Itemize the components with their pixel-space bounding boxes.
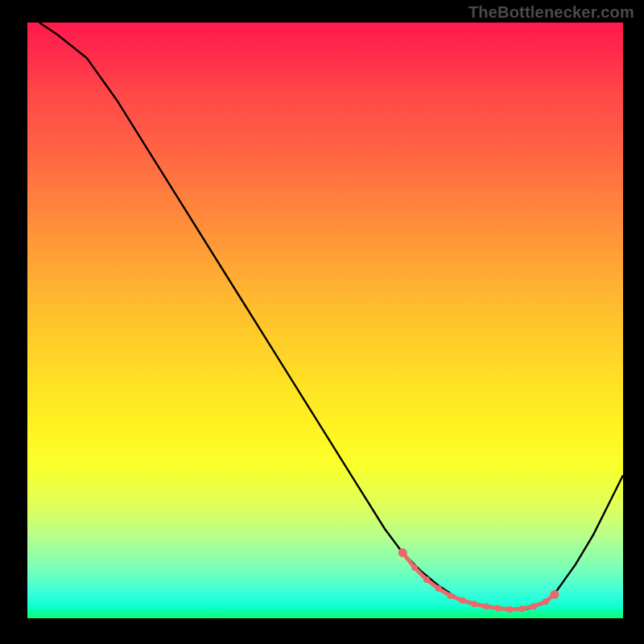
curve-layer xyxy=(27,23,623,618)
marker-dot xyxy=(530,603,537,609)
marker-dot xyxy=(471,601,477,607)
watermark-text: TheBottlenecker.com xyxy=(469,3,634,22)
curve-markers xyxy=(398,548,559,613)
chart-frame: TheBottlenecker.com xyxy=(0,0,644,644)
marker-dot xyxy=(543,598,549,605)
marker-dot xyxy=(411,564,418,571)
marker-dot xyxy=(436,585,442,592)
plot-area xyxy=(27,23,623,618)
marker-dot xyxy=(518,605,525,612)
marker-dot xyxy=(447,592,453,599)
marker-dot xyxy=(483,603,489,609)
marker-dot xyxy=(495,605,502,611)
bottleneck-curve xyxy=(39,23,623,609)
marker-dot xyxy=(550,590,559,599)
marker-dot xyxy=(423,576,430,583)
marker-dot xyxy=(459,597,465,604)
curve-path xyxy=(39,23,623,609)
marker-dot xyxy=(398,548,407,557)
marker-dot xyxy=(506,606,513,613)
